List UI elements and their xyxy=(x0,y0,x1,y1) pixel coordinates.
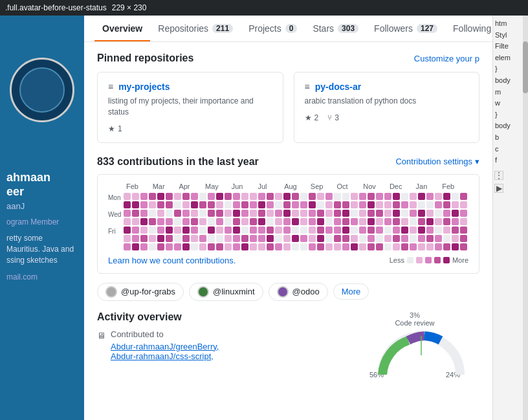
contrib-cell xyxy=(460,227,467,234)
contrib-cell xyxy=(132,227,139,234)
devtools-scrollbar[interactable] xyxy=(523,16,528,420)
contrib-cell xyxy=(317,193,324,200)
devtools-arrow-btn[interactable]: ▶ xyxy=(494,184,503,193)
contrib-cell xyxy=(393,235,400,242)
contrib-cell xyxy=(300,235,307,242)
repo-name-0[interactable]: my-projects xyxy=(118,82,170,92)
contrib-cell xyxy=(401,201,408,208)
nav-tab-following[interactable]: Following xyxy=(445,16,492,41)
contrib-cell xyxy=(124,235,131,242)
devtools-line: Filte xyxy=(495,41,526,52)
month-label-Sep: Sep xyxy=(311,182,337,190)
devtools-line: c xyxy=(495,144,526,155)
contrib-cell xyxy=(258,218,265,225)
contrib-cell xyxy=(418,235,425,242)
contrib-cell xyxy=(166,235,173,242)
contrib-cell xyxy=(368,235,375,242)
contrib-cell xyxy=(191,193,198,200)
repo-card-header-0: ≡ my-projects xyxy=(108,82,272,92)
contrib-cell xyxy=(283,235,291,242)
activity-item: 🖥 Contributed to Abdur-rahmaanJ/greenBer… xyxy=(97,329,337,361)
contrib-cell xyxy=(124,210,131,217)
contrib-cell xyxy=(233,210,240,217)
activity-section: Activity overview 🖥 Contributed to Abdur… xyxy=(97,311,479,379)
contrib-cell xyxy=(283,201,291,208)
filter-btn-linuxmint[interactable]: @linuxmint xyxy=(189,283,263,301)
customize-link[interactable]: Customize your p xyxy=(414,54,479,63)
contrib-cell xyxy=(460,243,467,250)
contrib-cell xyxy=(124,227,131,234)
devtools-collapse-btn[interactable]: ⋮ xyxy=(494,171,503,180)
contrib-cell xyxy=(241,227,248,234)
sidebar-bio: retty some Mauritius. Java and ssing ske… xyxy=(6,233,78,265)
activity-repos: Abdur-rahmaanJ/greenBerry,Abdur-rahmaanJ… xyxy=(111,342,219,361)
contrib-cell xyxy=(216,243,223,250)
contrib-cell xyxy=(401,218,408,225)
repo-name-1[interactable]: py-docs-ar xyxy=(315,82,362,92)
contrib-cell xyxy=(359,201,366,208)
contrib-cell xyxy=(309,227,316,234)
activity-repo-link[interactable]: Abdur-rahmaanJ/greenBerry, xyxy=(111,342,219,351)
contrib-cell xyxy=(342,235,349,242)
contrib-cell xyxy=(334,193,341,200)
nav-tab-repositories[interactable]: Repositories211 xyxy=(150,16,241,41)
pinned-title: Pinned repositories xyxy=(97,52,193,64)
nav-tab-followers[interactable]: Followers127 xyxy=(366,16,445,41)
contrib-cell xyxy=(368,218,375,225)
pinned-section-header: Pinned repositories Customize your p xyxy=(97,52,479,64)
contrib-cell xyxy=(410,218,417,225)
contrib-cell xyxy=(309,193,316,200)
contrib-cell xyxy=(452,235,459,242)
contrib-cell xyxy=(157,193,164,200)
activity-repo-link[interactable]: Abdur-rahmaanJ/css-script, xyxy=(111,351,219,361)
contrib-cell xyxy=(267,210,274,217)
contrib-cell xyxy=(140,218,148,225)
contrib-cell xyxy=(191,210,198,217)
contrib-cell xyxy=(325,218,333,225)
contrib-cell xyxy=(359,235,366,242)
contrib-grid-area: MonWedFri xyxy=(108,193,468,250)
contrib-cell xyxy=(443,201,450,208)
more-filter-button[interactable]: More xyxy=(333,283,369,300)
contrib-cell xyxy=(124,193,131,200)
contrib-cell xyxy=(275,218,282,225)
contrib-cell xyxy=(275,227,282,234)
contrib-cell xyxy=(149,210,156,217)
month-label-Aug: Aug xyxy=(284,182,311,190)
contrib-cell xyxy=(426,201,434,208)
contrib-cell xyxy=(250,210,257,217)
contrib-cell xyxy=(191,201,198,208)
contrib-settings-btn[interactable]: Contribution settings ▾ xyxy=(395,157,479,166)
learn-contributions-link[interactable]: Learn how we count contributions. xyxy=(108,256,236,265)
nav-tab-overview[interactable]: Overview xyxy=(94,16,150,41)
nav-tab-stars[interactable]: Stars303 xyxy=(305,16,366,41)
filter-btn-up-for-grabs[interactable]: @up-for-grabs xyxy=(97,283,184,301)
nav-badge-stars: 303 xyxy=(338,24,358,33)
filter-btn-odoo[interactable]: @odoo xyxy=(269,283,328,301)
contrib-cell xyxy=(376,201,383,208)
contrib-cell xyxy=(292,243,299,250)
contrib-cell xyxy=(359,193,366,200)
contrib-cell xyxy=(401,243,408,250)
legend-c2 xyxy=(425,257,432,263)
pie-area: 3% Code review xyxy=(350,311,479,379)
contrib-cell xyxy=(216,193,223,200)
month-label-Jun: Jun xyxy=(232,182,258,190)
contrib-cell xyxy=(384,201,391,208)
contrib-cell xyxy=(393,201,400,208)
contrib-cell xyxy=(233,201,240,208)
nav-tab-projects[interactable]: Projects0 xyxy=(241,16,305,41)
devtools-line: b xyxy=(495,132,526,144)
contrib-cell xyxy=(376,210,383,217)
contrib-cell xyxy=(174,218,181,225)
contrib-cell xyxy=(208,235,215,242)
contrib-cell xyxy=(199,227,206,234)
contrib-cell xyxy=(182,227,190,234)
contrib-cell xyxy=(384,227,391,234)
contrib-cell xyxy=(418,218,425,225)
contrib-cell xyxy=(384,235,391,242)
sidebar: ahmaan eer aanJ ogram Member retty some … xyxy=(0,16,84,420)
contrib-cell xyxy=(393,210,400,217)
contrib-cell xyxy=(460,235,467,242)
contrib-cell xyxy=(426,243,434,250)
